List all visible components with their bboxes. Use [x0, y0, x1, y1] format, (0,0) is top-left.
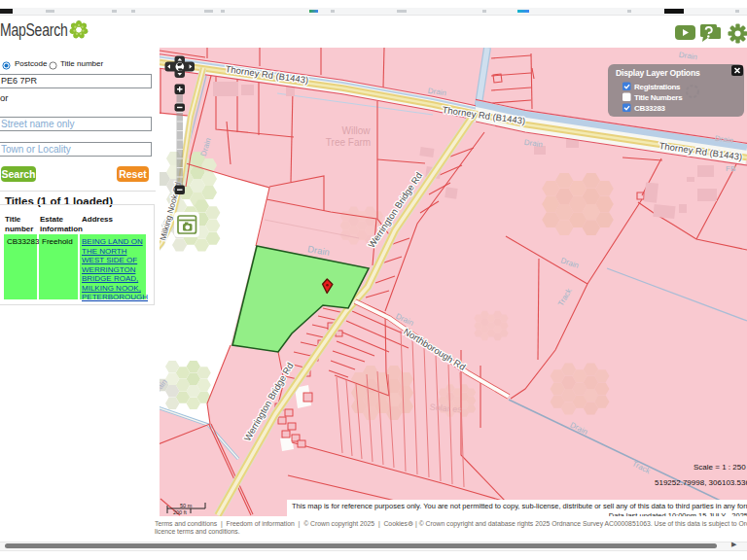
- svg-text:FB: FB: [726, 164, 735, 173]
- svg-text:Scale = 1 : 250: Scale = 1 : 250: [694, 463, 746, 472]
- svg-text:CB33283: CB33283: [634, 104, 666, 113]
- svg-text:Registrations: Registrations: [634, 83, 681, 91]
- svg-text:Title Numbers: Title Numbers: [634, 93, 683, 102]
- svg-text:519252.79998, 306103.53608: 519252.79998, 306103.53608: [655, 478, 747, 487]
- svg-text:Tree Farm: Tree Farm: [326, 137, 371, 148]
- svg-text:200 ft: 200 ft: [173, 509, 187, 515]
- svg-text:Data last updated 10:00pm 15 J: Data last updated 10:00pm 15 JULY , 2025: [609, 511, 747, 516]
- svg-text:Display Layer Options: Display Layer Options: [616, 68, 700, 78]
- svg-text:Willow: Willow: [342, 125, 372, 136]
- svg-text:50 m: 50 m: [180, 503, 193, 508]
- svg-text:This map is for reference purp: This map is for reference purposes only.…: [292, 502, 747, 510]
